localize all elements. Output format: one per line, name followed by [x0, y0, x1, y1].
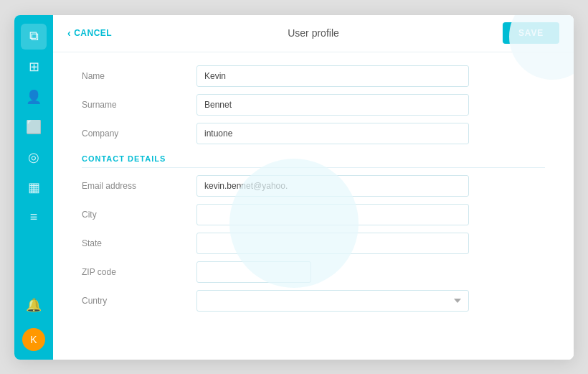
- layers-icon[interactable]: ⧉: [21, 24, 47, 50]
- state-input[interactable]: [196, 233, 469, 254]
- sidebar-bottom: 🔔 K: [21, 292, 47, 351]
- company-input[interactable]: [196, 123, 469, 144]
- email-input[interactable]: [196, 175, 469, 197]
- surname-label: Surname: [82, 100, 196, 110]
- page-title: User profile: [288, 27, 339, 39]
- sidebar: ⧉⊞👤⬜◎▦≡ 🔔 K: [14, 15, 53, 360]
- zip-label: ZIP code: [82, 267, 196, 277]
- bar-chart-icon[interactable]: ▦: [21, 174, 47, 200]
- menu-icon[interactable]: ≡: [21, 205, 47, 230]
- state-row: State: [82, 233, 545, 254]
- city-label: City: [82, 210, 196, 220]
- name-row: Name: [82, 65, 545, 87]
- copy-icon[interactable]: ⊞: [21, 54, 47, 80]
- header: ‹ CANCEL User profile SAVE: [53, 15, 574, 52]
- form-area: Name Surname Company CONTACT DETAILS Ema…: [53, 52, 574, 360]
- zip-input[interactable]: [196, 261, 311, 283]
- notification-icon[interactable]: 🔔: [21, 292, 47, 318]
- name-input[interactable]: [196, 65, 469, 87]
- cancel-label: CANCEL: [74, 28, 112, 38]
- country-label: Cuntry: [82, 296, 196, 306]
- company-row: Company: [82, 123, 545, 144]
- state-label: State: [82, 238, 196, 248]
- chevron-left-icon: ‹: [67, 27, 71, 39]
- cancel-button[interactable]: ‹ CANCEL: [67, 27, 112, 39]
- company-label: Company: [82, 128, 196, 139]
- monitor-icon[interactable]: ⬜: [21, 114, 47, 140]
- city-input[interactable]: [196, 204, 469, 225]
- user-icon[interactable]: 👤: [21, 84, 47, 110]
- eye-icon[interactable]: ◎: [21, 144, 47, 170]
- zip-row: ZIP code: [82, 261, 545, 283]
- main-content: ‹ CANCEL User profile SAVE Name Surname …: [53, 15, 574, 360]
- surname-row: Surname: [82, 94, 545, 116]
- contact-details-header: CONTACT DETAILS: [82, 154, 545, 168]
- main-window: ⧉⊞👤⬜◎▦≡ 🔔 K ‹ CANCEL User profile SAVE N…: [14, 15, 574, 360]
- country-select[interactable]: United States United Kingdom Canada Aust…: [196, 290, 469, 312]
- country-row: Cuntry United States United Kingdom Cana…: [82, 290, 545, 312]
- name-label: Name: [82, 71, 196, 81]
- email-row: Email address: [82, 175, 545, 197]
- avatar[interactable]: K: [22, 328, 45, 351]
- email-label: Email address: [82, 181, 196, 191]
- city-row: City: [82, 204, 545, 225]
- surname-input[interactable]: [196, 94, 469, 116]
- save-button[interactable]: SAVE: [503, 22, 559, 44]
